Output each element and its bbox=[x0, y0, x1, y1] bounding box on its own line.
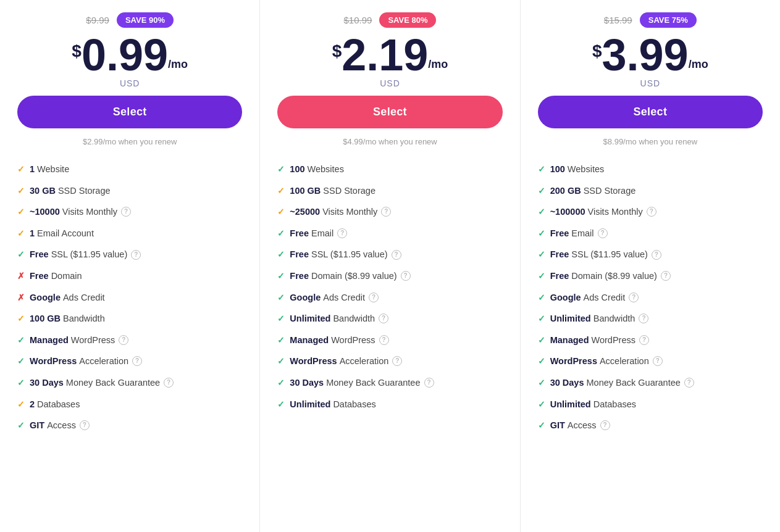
check-green-icon: ✓ bbox=[538, 420, 545, 432]
feature-bold-text: 1 bbox=[30, 163, 35, 175]
feature-regular-text: Acceleration bbox=[600, 355, 649, 367]
feature-item: ✓30 GB SSD Storage bbox=[17, 180, 242, 202]
info-icon[interactable]: ? bbox=[392, 250, 401, 260]
info-icon[interactable]: ? bbox=[401, 271, 411, 281]
save-badge: SAVE 90% bbox=[117, 12, 174, 28]
feature-regular-text: Access bbox=[568, 419, 597, 431]
info-icon[interactable]: ? bbox=[639, 314, 648, 323]
check-green-icon: ✓ bbox=[538, 355, 545, 368]
feature-item: ✓Managed WordPress? bbox=[277, 330, 502, 351]
feature-text: GIT Access? bbox=[30, 419, 90, 431]
feature-bold-text: 30 GB bbox=[30, 185, 56, 197]
check-green-icon: ✓ bbox=[538, 292, 545, 304]
info-icon[interactable]: ? bbox=[598, 228, 608, 238]
feature-bold-text: 100 GB bbox=[30, 312, 61, 325]
check-green-icon: ✓ bbox=[538, 164, 545, 176]
feature-text: WordPress Acceleration? bbox=[30, 355, 142, 367]
feature-regular-text: Databases bbox=[333, 398, 375, 410]
select-button-business[interactable]: Select bbox=[538, 96, 763, 128]
check-green-icon: ✓ bbox=[538, 228, 545, 240]
check-green-icon: ✓ bbox=[17, 420, 25, 432]
check-green-icon: ✓ bbox=[277, 270, 285, 283]
feature-bold-text: Free bbox=[550, 227, 569, 239]
info-icon[interactable]: ? bbox=[600, 420, 610, 430]
feature-regular-text: Money Back Guarantee bbox=[326, 376, 420, 389]
info-icon[interactable]: ? bbox=[379, 335, 389, 345]
feature-text: Unlimited Databases bbox=[550, 398, 636, 410]
price-display: $2.19/mo bbox=[277, 33, 502, 77]
info-icon[interactable]: ? bbox=[379, 314, 388, 323]
price-amount: 2.19 bbox=[342, 33, 428, 77]
feature-regular-text: Ads Credit bbox=[63, 291, 105, 304]
info-icon[interactable]: ? bbox=[629, 293, 639, 302]
feature-item: ✓Unlimited Bandwidth? bbox=[538, 308, 763, 330]
check-green-icon: ✓ bbox=[17, 377, 25, 389]
feature-bold-text: Free bbox=[290, 248, 309, 260]
feature-regular-text: Money Back Guarantee bbox=[66, 376, 160, 389]
info-icon[interactable]: ? bbox=[369, 293, 379, 302]
feature-item: ✓100 Websites bbox=[277, 159, 502, 180]
select-button-single[interactable]: Select bbox=[17, 96, 242, 128]
feature-bold-text: 100 bbox=[550, 163, 565, 175]
feature-item: ✓WordPress Acceleration? bbox=[538, 351, 763, 372]
info-icon[interactable]: ? bbox=[132, 356, 142, 366]
info-icon[interactable]: ? bbox=[164, 378, 174, 388]
feature-text: Free Domain ($8.99 value)? bbox=[550, 270, 671, 282]
info-icon[interactable]: ? bbox=[652, 250, 661, 260]
check-orange-icon: ✓ bbox=[17, 399, 25, 411]
info-icon[interactable]: ? bbox=[381, 207, 391, 217]
feature-item: ✓Managed WordPress? bbox=[17, 330, 242, 351]
check-green-icon: ✓ bbox=[277, 249, 285, 261]
feature-item: ✓WordPress Acceleration? bbox=[17, 351, 242, 372]
feature-bold-text: Managed bbox=[550, 334, 589, 346]
price-header: $10.99SAVE 80% bbox=[277, 12, 502, 28]
check-orange-icon: ✓ bbox=[17, 228, 25, 240]
feature-item: ✓~25000 Visits Monthly? bbox=[277, 201, 502, 223]
info-icon[interactable]: ? bbox=[121, 207, 131, 217]
x-icon: ✗ bbox=[17, 292, 25, 304]
info-icon[interactable]: ? bbox=[392, 356, 402, 366]
check-orange-icon: ✓ bbox=[17, 185, 25, 197]
select-button-premium[interactable]: Select bbox=[277, 96, 502, 128]
feature-regular-text: Databases bbox=[37, 398, 80, 410]
feature-item: ✓2 Databases bbox=[17, 394, 242, 415]
feature-item: ✓1 Website bbox=[17, 159, 242, 180]
info-icon[interactable]: ? bbox=[639, 335, 649, 345]
info-icon[interactable]: ? bbox=[424, 378, 434, 388]
feature-bold-text: Free bbox=[550, 270, 569, 282]
info-icon[interactable]: ? bbox=[131, 250, 141, 260]
info-icon[interactable]: ? bbox=[80, 420, 90, 430]
info-icon[interactable]: ? bbox=[661, 271, 671, 281]
feature-regular-text: Bandwidth bbox=[333, 312, 375, 325]
feature-regular-text: SSD Storage bbox=[58, 185, 111, 197]
price-dollar-sign: $ bbox=[72, 41, 82, 61]
feature-bold-text: Free bbox=[30, 270, 49, 282]
feature-regular-text: WordPress bbox=[71, 334, 115, 346]
check-orange-icon: ✓ bbox=[277, 185, 285, 197]
feature-bold-text: Managed bbox=[30, 334, 69, 346]
feature-text: Google Ads Credit? bbox=[550, 291, 639, 304]
price-dollar-sign: $ bbox=[332, 41, 342, 61]
feature-regular-text: Domain ($8.99 value) bbox=[571, 270, 657, 282]
feature-bold-text: Unlimited bbox=[550, 312, 591, 325]
price-amount: 3.99 bbox=[602, 33, 689, 77]
feature-bold-text: Free bbox=[290, 227, 309, 239]
info-icon[interactable]: ? bbox=[647, 207, 656, 217]
feature-text: Unlimited Bandwidth? bbox=[550, 312, 649, 325]
info-icon[interactable]: ? bbox=[653, 356, 663, 366]
feature-text: Managed WordPress? bbox=[550, 334, 649, 346]
check-green-icon: ✓ bbox=[277, 313, 285, 325]
feature-item: ✓200 GB SSD Storage bbox=[538, 180, 763, 202]
feature-item: ✓~10000 Visits Monthly? bbox=[17, 201, 242, 223]
features-list: ✓1 Website✓30 GB SSD Storage✓~10000 Visi… bbox=[17, 159, 242, 436]
info-icon[interactable]: ? bbox=[337, 228, 347, 238]
feature-text: ~10000 Visits Monthly? bbox=[30, 206, 131, 218]
info-icon[interactable]: ? bbox=[684, 378, 694, 388]
feature-regular-text: Email bbox=[311, 227, 333, 239]
feature-text: Free Email? bbox=[550, 227, 608, 239]
feature-item: ✓Free SSL ($11.95 value)? bbox=[538, 244, 763, 265]
check-green-icon: ✓ bbox=[277, 377, 285, 389]
feature-item: ✓Unlimited Databases bbox=[538, 394, 763, 415]
feature-bold-text: Free bbox=[550, 248, 569, 260]
info-icon[interactable]: ? bbox=[119, 335, 128, 345]
